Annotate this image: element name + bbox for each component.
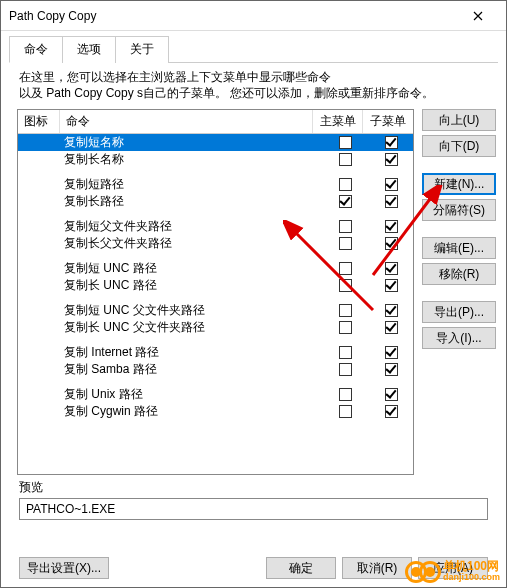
main-menu-checkbox[interactable]: [339, 220, 352, 233]
main-menu-checkbox[interactable]: [339, 405, 352, 418]
ok-button[interactable]: 确定: [266, 557, 336, 579]
row-label: 复制长路径: [60, 193, 321, 210]
sub-menu-checkbox[interactable]: [385, 304, 398, 317]
edit-button[interactable]: 编辑(E)...: [422, 237, 496, 259]
row-label: 复制长名称: [60, 151, 321, 168]
row-label: 复制短父文件夹路径: [60, 218, 321, 235]
row-label: 复制长父文件夹路径: [60, 235, 321, 252]
table-row[interactable]: 复制短父文件夹路径: [18, 218, 413, 235]
sub-menu-checkbox[interactable]: [385, 178, 398, 191]
main-menu-checkbox[interactable]: [339, 363, 352, 376]
main-menu-checkbox[interactable]: [339, 195, 352, 208]
row-label: 复制短 UNC 路径: [60, 260, 321, 277]
table-row[interactable]: 复制短 UNC 父文件夹路径: [18, 302, 413, 319]
header-sub-menu[interactable]: 子菜单: [363, 110, 413, 133]
header-main-menu[interactable]: 主菜单: [313, 110, 363, 133]
main-menu-checkbox[interactable]: [339, 279, 352, 292]
table-row[interactable]: 复制 Internet 路径: [18, 344, 413, 361]
sub-menu-checkbox[interactable]: [385, 153, 398, 166]
watermark-icon: [419, 561, 441, 583]
sub-menu-checkbox[interactable]: [385, 405, 398, 418]
table-row[interactable]: 复制 Cygwin 路径: [18, 403, 413, 420]
row-label: 复制 Internet 路径: [60, 344, 321, 361]
table-row[interactable]: 复制短名称: [18, 134, 413, 151]
sub-menu-checkbox[interactable]: [385, 220, 398, 233]
main-menu-checkbox[interactable]: [339, 178, 352, 191]
side-buttons: 向上(U) 向下(D) 新建(N)... 分隔符(S) 编辑(E)... 移除(…: [414, 109, 496, 475]
preview-box: PATHCO~1.EXE: [19, 498, 488, 520]
sub-menu-checkbox[interactable]: [385, 388, 398, 401]
watermark-url: danji100.com: [443, 572, 500, 583]
sub-menu-checkbox[interactable]: [385, 237, 398, 250]
tab-options[interactable]: 选项: [62, 36, 116, 63]
move-down-button[interactable]: 向下(D): [422, 135, 496, 157]
move-up-button[interactable]: 向上(U): [422, 109, 496, 131]
table-row[interactable]: 复制长 UNC 父文件夹路径: [18, 319, 413, 336]
main-menu-checkbox[interactable]: [339, 153, 352, 166]
new-button[interactable]: 新建(N)...: [422, 173, 496, 195]
import-button[interactable]: 导入(I)...: [422, 327, 496, 349]
export-settings-button[interactable]: 导出设置(X)...: [19, 557, 109, 579]
row-label: 复制 Unix 路径: [60, 386, 321, 403]
sub-menu-checkbox[interactable]: [385, 136, 398, 149]
close-icon: [473, 11, 483, 21]
row-label: 复制 Samba 路径: [60, 361, 321, 378]
main-menu-checkbox[interactable]: [339, 262, 352, 275]
commands-table: 图标 命令 主菜单 子菜单 复制短名称复制长名称复制短路径复制长路径复制短父文件…: [17, 109, 414, 475]
table-row[interactable]: 复制长父文件夹路径: [18, 235, 413, 252]
header-command[interactable]: 命令: [60, 110, 313, 133]
tab-bar: 命令 选项 关于: [9, 35, 498, 63]
sub-menu-checkbox[interactable]: [385, 262, 398, 275]
main-menu-checkbox[interactable]: [339, 346, 352, 359]
table-body[interactable]: 复制短名称复制长名称复制短路径复制长路径复制短父文件夹路径复制长父文件夹路径复制…: [18, 134, 413, 474]
table-row[interactable]: 复制 Unix 路径: [18, 386, 413, 403]
row-label: 复制短名称: [60, 134, 321, 151]
export-button[interactable]: 导出(P)...: [422, 301, 496, 323]
tab-about[interactable]: 关于: [115, 36, 169, 63]
row-label: 复制短 UNC 父文件夹路径: [60, 302, 321, 319]
separator-button[interactable]: 分隔符(S): [422, 199, 496, 221]
sub-menu-checkbox[interactable]: [385, 321, 398, 334]
titlebar: Path Copy Copy: [1, 1, 506, 31]
row-label: 复制 Cygwin 路径: [60, 403, 321, 420]
watermark-text: 单机100网: [443, 561, 500, 572]
main-menu-checkbox[interactable]: [339, 321, 352, 334]
table-row[interactable]: 复制短路径: [18, 176, 413, 193]
table-row[interactable]: 复制长路径: [18, 193, 413, 210]
preview-label: 预览: [1, 475, 506, 496]
close-button[interactable]: [458, 2, 498, 30]
description: 在这里，您可以选择在主浏览器上下文菜单中显示哪些命令 以及 Path Copy …: [1, 63, 506, 105]
tab-commands[interactable]: 命令: [9, 36, 63, 63]
main-menu-checkbox[interactable]: [339, 237, 352, 250]
desc-line2: 以及 Path Copy Copy s自己的子菜单。 您还可以添加，删除或重新排…: [19, 85, 488, 101]
window-title: Path Copy Copy: [9, 9, 458, 23]
table-row[interactable]: 复制 Samba 路径: [18, 361, 413, 378]
header-icon[interactable]: 图标: [18, 110, 60, 133]
main-menu-checkbox[interactable]: [339, 136, 352, 149]
main-menu-checkbox[interactable]: [339, 304, 352, 317]
cancel-button[interactable]: 取消(R): [342, 557, 412, 579]
sub-menu-checkbox[interactable]: [385, 363, 398, 376]
main-menu-checkbox[interactable]: [339, 388, 352, 401]
remove-button[interactable]: 移除(R): [422, 263, 496, 285]
sub-menu-checkbox[interactable]: [385, 195, 398, 208]
row-label: 复制长 UNC 路径: [60, 277, 321, 294]
table-header: 图标 命令 主菜单 子菜单: [18, 110, 413, 134]
table-row[interactable]: 复制长 UNC 路径: [18, 277, 413, 294]
table-row[interactable]: 复制短 UNC 路径: [18, 260, 413, 277]
desc-line1: 在这里，您可以选择在主浏览器上下文菜单中显示哪些命令: [19, 69, 488, 85]
watermark: 单机100网 danji100.com: [405, 561, 500, 583]
table-row[interactable]: 复制长名称: [18, 151, 413, 168]
row-label: 复制长 UNC 父文件夹路径: [60, 319, 321, 336]
sub-menu-checkbox[interactable]: [385, 346, 398, 359]
row-label: 复制短路径: [60, 176, 321, 193]
sub-menu-checkbox[interactable]: [385, 279, 398, 292]
